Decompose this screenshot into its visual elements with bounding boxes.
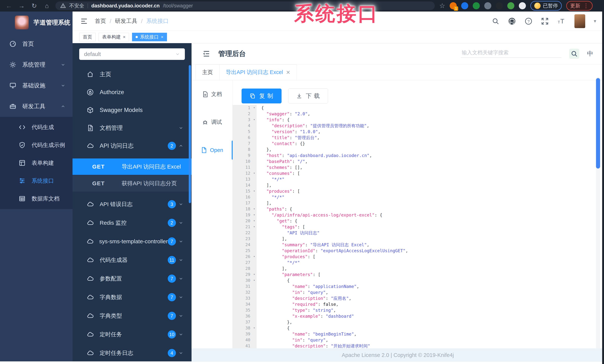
tag-系统接口[interactable]: 系统接口× — [132, 33, 167, 41]
code-line: 31 "name": "applicationName", — [233, 283, 598, 289]
sidebar-subitem-系统接口[interactable]: 系统接口 — [0, 172, 73, 190]
code-fold-icon[interactable]: ▾ — [253, 170, 255, 176]
sidebar-subitem-数据库文档[interactable]: 数据库文档 — [0, 190, 73, 208]
code-fold-icon[interactable]: ▾ — [253, 253, 255, 260]
swagger-menu-label: 主页 — [100, 71, 111, 78]
copy-button[interactable]: 复 制 — [241, 88, 282, 103]
extension-icon[interactable] — [496, 2, 503, 9]
tab-close-icon[interactable]: ✕ — [286, 69, 290, 75]
code-fold-icon[interactable]: ▾ — [253, 105, 255, 111]
api-group-字典类型[interactable]: 字典类型7 — [73, 307, 191, 325]
api-group-label: Redis 监控 — [100, 219, 127, 227]
code-text: "description": "提供管理员管理的所有功能", — [256, 123, 369, 129]
sidebar-subitem-表单构建[interactable]: 表单构建 — [0, 154, 73, 172]
extension-icon[interactable] — [484, 2, 491, 9]
code-fold-icon[interactable]: ▾ — [253, 224, 255, 230]
line-number: 10 — [233, 159, 256, 164]
download-button[interactable]: 下 载 — [288, 88, 328, 103]
doc-search-input[interactable] — [461, 50, 561, 58]
browser-home-icon[interactable]: ⌂ — [43, 2, 51, 10]
code-fold-icon[interactable]: ▾ — [253, 117, 255, 123]
browser-back-icon[interactable]: ← — [5, 2, 13, 10]
tag-active-dot — [136, 36, 138, 38]
swagger-menu-文档管理[interactable]: 文档管理 — [73, 119, 191, 137]
github-icon[interactable] — [508, 17, 516, 25]
breadcrumb-item[interactable]: 研发工具 — [115, 17, 137, 25]
profile-paused-pill[interactable]: 已暂停 — [530, 1, 562, 11]
code-text: "version": "1.0.0", — [256, 129, 321, 135]
collapse-menu-icon[interactable] — [202, 50, 211, 58]
help-icon[interactable]: ? — [525, 17, 532, 25]
font-size-icon[interactable]: TT — [557, 17, 566, 25]
user-menu-caret-icon[interactable]: ▾ — [594, 18, 596, 24]
cloud-icon — [86, 275, 94, 282]
api-group-参数配置[interactable]: 参数配置7 — [73, 269, 191, 288]
sidebar-item-基础设施[interactable]: 基础设施 — [0, 75, 73, 96]
tag-close-icon[interactable]: × — [161, 34, 164, 40]
browser-forward-icon[interactable]: → — [17, 2, 26, 10]
line-number: 2 — [233, 111, 256, 117]
sidebar-item-研发工具[interactable]: 研发工具 — [0, 96, 73, 117]
swagger-sidebar-scrollbar[interactable] — [189, 65, 191, 203]
endpoint-item[interactable]: GET导出API 访问日志 Excel — [73, 159, 191, 175]
line-number: 37 — [233, 319, 256, 325]
bookmark-star-icon[interactable]: ☆ — [439, 2, 445, 10]
api-group-Redis 监控[interactable]: Redis 监控2 — [73, 213, 191, 232]
tag-表单构建[interactable]: 表单构建× — [99, 33, 129, 41]
sidebar-subitem-代码生成[interactable]: 代码生成 — [0, 118, 73, 136]
code-fold-icon[interactable]: ▾ — [253, 188, 255, 194]
code-fold-icon[interactable]: ▾ — [253, 218, 255, 224]
api-group-API 错误日志[interactable]: API 错误日志3 — [73, 195, 191, 213]
content-scrollbar-thumb[interactable] — [596, 78, 600, 168]
code-fold-icon[interactable]: ▾ — [253, 277, 255, 283]
doc-tab-导出API 访问日志 Excel[interactable]: 导出API 访问日志 Excel✕ — [219, 64, 297, 80]
count-badge: 4 — [168, 349, 176, 357]
extension-icon[interactable]: 1 — [450, 2, 457, 9]
extension-icon[interactable] — [519, 2, 526, 9]
api-group-代码生成器[interactable]: 代码生成器11 — [73, 251, 191, 269]
code-fold-icon[interactable]: ▾ — [253, 206, 255, 212]
browser-update-pill[interactable]: 更新 ⋮ — [566, 1, 593, 11]
side-tab-文档[interactable]: 文档 — [191, 80, 232, 108]
json-code-view[interactable]: 1▾{2 "swagger": "2.0",3▾ "info": {4 "des… — [233, 105, 598, 364]
sidebar-item-系统管理[interactable]: 系统管理 — [0, 54, 73, 75]
swagger-menu-Swagger Models[interactable]: Swagger Models — [73, 101, 191, 119]
side-tab-调试[interactable]: 调试 — [191, 108, 232, 136]
browser-reload-icon[interactable]: ↻ — [30, 2, 38, 10]
toolbox-icon — [9, 103, 17, 110]
extension-icon[interactable] — [473, 2, 480, 9]
api-group-字典数据[interactable]: 字典数据7 — [73, 288, 191, 307]
browser-menu-icon[interactable]: ⋮ — [583, 3, 589, 9]
code-text: ], — [256, 182, 272, 188]
sidebar-item-首页[interactable]: 首页 — [0, 34, 73, 54]
api-group-select[interactable]: default — [79, 48, 185, 60]
swagger-menu-主页[interactable]: 主页 — [73, 65, 191, 83]
extension-icon[interactable] — [461, 2, 468, 9]
search-icon[interactable] — [492, 17, 499, 25]
api-group-定时任务日志[interactable]: 定时任务日志4 — [73, 344, 191, 361]
code-fold-icon[interactable]: ▾ — [253, 271, 255, 277]
app-logo-row[interactable]: 芋道管理系统 — [0, 12, 73, 34]
sidebar-subitem-代码生成示例[interactable]: 代码生成示例 — [0, 136, 73, 154]
app-logo — [15, 16, 29, 29]
swagger-menu-Authorize[interactable]: Authorize — [73, 83, 191, 101]
code-fold-icon[interactable]: ▾ — [253, 212, 255, 218]
doc-tab-主页[interactable]: 主页 — [196, 64, 219, 80]
tag-close-icon[interactable]: × — [123, 34, 126, 40]
swagger-menu-API 访问日志[interactable]: API 访问日志2 — [73, 137, 191, 155]
breadcrumb-item[interactable]: 首页 — [95, 17, 106, 25]
breadcrumb-item[interactable]: 系统接口 — [146, 17, 169, 25]
tag-首页[interactable]: 首页 — [79, 33, 96, 41]
extension-icon[interactable] — [507, 2, 514, 9]
api-group-定时任务[interactable]: 定时任务10 — [73, 325, 191, 344]
side-tab-Open[interactable]: Open — [191, 136, 232, 164]
api-group-sys-sms-template-controller[interactable]: sys-sms-template-controller7 — [73, 232, 191, 251]
fullscreen-icon[interactable] — [541, 17, 549, 25]
user-avatar[interactable] — [574, 14, 585, 28]
code-fold-icon[interactable]: ▾ — [253, 325, 255, 331]
endpoint-item[interactable]: GET获得API 访问日志分页 — [73, 175, 191, 192]
language-toggle[interactable]: 中 — [587, 50, 593, 58]
sidebar-toggle-icon[interactable] — [80, 17, 88, 25]
doc-search-icon[interactable] — [569, 49, 579, 59]
code-line: 22 "API 访问日志" — [233, 230, 598, 236]
